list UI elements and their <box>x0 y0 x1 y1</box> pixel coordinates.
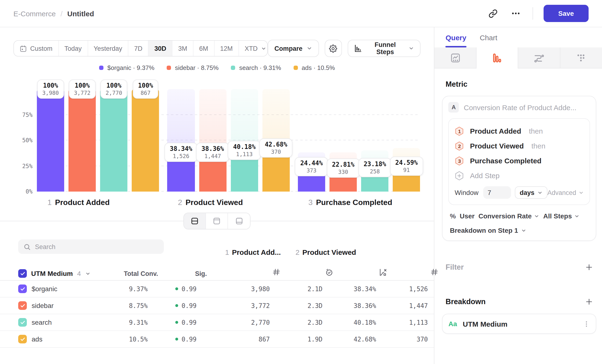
measure-type-dropdown[interactable]: Conversion Rate <box>478 212 539 220</box>
group-by-name[interactable]: UTM Medium <box>31 270 73 277</box>
chart-mode-dropdown[interactable]: Funnel Steps <box>348 40 421 57</box>
table-row-organic[interactable]: $organic9.37%0.993,9802.1D38.34%1,526 <box>0 281 434 297</box>
text-property-icon: Aa <box>449 320 457 328</box>
total-conversion-value: 8.75% <box>90 302 148 309</box>
range-option-xtd[interactable]: XTD <box>239 41 268 56</box>
share-link-icon[interactable] <box>487 7 499 20</box>
search-icon <box>23 243 31 250</box>
bar-value-label: 38.36%1,447 <box>196 143 229 162</box>
metric-step-1[interactable]: 1Product Addedthen <box>455 124 584 139</box>
tab-chart[interactable]: Chart <box>480 33 497 42</box>
bar-percent: 24.59% <box>395 159 418 167</box>
bar-search-step2[interactable]: 40.18%1,113 <box>231 89 258 192</box>
active-tab-underline <box>446 46 467 47</box>
more-options-icon[interactable] <box>510 7 522 20</box>
bar-sidebar-step3[interactable]: 22.81%330 <box>330 89 357 192</box>
add-step-hexagon-icon <box>455 171 464 180</box>
bar-ads-step1[interactable]: 100%867 <box>132 89 159 192</box>
legend-item-sidebar[interactable]: sidebar · 8.75% <box>167 64 219 71</box>
legend-item-search[interactable]: search · 9.31% <box>231 64 281 71</box>
select-all-checkbox[interactable] <box>18 269 27 278</box>
bar-sidebar-step2[interactable]: 38.36%1,447 <box>199 89 226 192</box>
row-checkbox[interactable] <box>18 335 27 343</box>
chart-type-funnel[interactable] <box>476 47 518 68</box>
bar-search-step3[interactable]: 23.18%258 <box>361 89 388 192</box>
range-option-3m[interactable]: 3M <box>172 41 194 56</box>
layout-toggle-group <box>183 213 250 229</box>
breakdown-property-name: UTM Medium <box>463 320 508 328</box>
range-option-today[interactable]: Today <box>59 41 88 56</box>
bar-ads-step2[interactable]: 42.68%370 <box>262 89 290 192</box>
metric-step-3[interactable]: 3Purchase Completed <box>455 153 584 168</box>
row-checkbox[interactable] <box>18 285 27 293</box>
chart-type-flow[interactable] <box>518 47 560 68</box>
table-row-ads[interactable]: ads10.5%0.998671.9D42.68%370 <box>0 331 434 348</box>
window-unit-select[interactable]: days <box>515 186 548 199</box>
add-breakdown-button[interactable] <box>584 297 594 307</box>
breakdown-property-card[interactable]: Aa UTM Medium <box>442 314 596 334</box>
bar-organic-step3[interactable]: 24.44%373 <box>298 89 325 192</box>
chart-type-more[interactable] <box>560 47 602 68</box>
bar-count: 3,772 <box>74 90 90 96</box>
measure-entity[interactable]: User <box>460 212 475 220</box>
range-option-30d[interactable]: 30D <box>149 41 173 56</box>
step2-time-to-convert: 2.3D <box>270 302 322 309</box>
compare-button[interactable]: Compare <box>268 40 319 57</box>
breadcrumb-current[interactable]: Untitled <box>67 9 94 18</box>
bar-sidebar-step1[interactable]: 100%3,772 <box>68 89 96 192</box>
add-step-button[interactable]: Add Step <box>455 168 584 183</box>
metric-title-row[interactable]: A Conversion Rate of Product Adde... <box>449 102 590 113</box>
chevron-down-icon[interactable] <box>85 271 90 276</box>
add-filter-button[interactable] <box>584 262 594 273</box>
plus-icon <box>585 298 593 306</box>
breadcrumb: E-Commerce / Untitled <box>13 9 94 18</box>
tab-query[interactable]: Query <box>446 33 466 42</box>
range-option-custom[interactable]: Custom <box>14 41 59 56</box>
layout-toggle-split-view[interactable] <box>184 213 206 229</box>
bar-ads-step3[interactable]: 24.59%91 <box>393 89 420 192</box>
count-icon <box>430 268 438 276</box>
table-row-sidebar[interactable]: sidebar8.75%0.993,7722.3D38.36%1,447 <box>0 297 434 314</box>
range-option-6m[interactable]: 6M <box>194 41 215 56</box>
advanced-toggle[interactable]: Advanced <box>548 189 584 196</box>
range-option-7d[interactable]: 7D <box>128 41 149 56</box>
bar-organic-step2[interactable]: 38.34%1,526 <box>167 89 195 192</box>
window-label: Window <box>455 189 479 196</box>
layout-toggle-table-only[interactable] <box>228 213 250 229</box>
save-button[interactable]: Save <box>544 5 589 22</box>
dots-grid-icon <box>576 53 586 63</box>
legend-item-ads[interactable]: ads · 10.5% <box>294 64 335 71</box>
metric-step-2[interactable]: 2Product Viewedthen <box>455 139 584 153</box>
breakdown-on-step-dropdown[interactable]: Breakdown on Step 1 <box>449 226 590 234</box>
bar-value-label: 100%867 <box>133 79 158 99</box>
row-checkbox[interactable] <box>18 318 27 327</box>
kebab-menu-icon[interactable] <box>583 320 590 327</box>
count-icon <box>272 268 280 276</box>
bar-organic-step1[interactable]: 100%3,980 <box>37 89 64 192</box>
row-name: sidebar <box>32 302 90 309</box>
search-input[interactable] <box>35 243 145 250</box>
bar-value-label: 42.68%370 <box>259 138 293 157</box>
plus-icon <box>585 263 593 271</box>
measure-scope-dropdown[interactable]: All Steps <box>543 212 580 220</box>
main-area: CustomTodayYesterday7D30D3M6M12MXTD Comp… <box>0 27 435 364</box>
range-option-12m[interactable]: 12M <box>214 41 239 56</box>
layout-toggle-chart-only[interactable] <box>206 213 228 229</box>
step2-conversion-rate: 38.34% <box>322 285 376 292</box>
legend-item-organic[interactable]: $organic · 9.37% <box>99 64 154 71</box>
measure-row: % User Conversion Rate All Steps <box>449 212 590 220</box>
step-group-2: 38.34%1,52638.36%1,44740.18%1,11342.68%3… <box>167 89 290 192</box>
bar-value-label: 24.59%91 <box>390 157 423 176</box>
step-caption-2: 2Product Viewed <box>167 198 290 207</box>
table-row-search[interactable]: search9.31%0.992,7702.3D40.18%1,113 <box>0 314 434 331</box>
window-value-input[interactable] <box>483 186 511 199</box>
step-number: 2 <box>178 198 182 206</box>
chart-type-line[interactable] <box>435 47 476 68</box>
conversion-bar <box>68 89 96 192</box>
bar-value-label: 22.81%330 <box>327 159 360 178</box>
bar-search-step1[interactable]: 100%2,770 <box>100 89 127 192</box>
row-checkbox[interactable] <box>18 301 27 310</box>
range-option-yesterday[interactable]: Yesterday <box>88 41 128 56</box>
chart-settings-button[interactable] <box>324 40 342 57</box>
breadcrumb-parent[interactable]: E-Commerce <box>13 9 56 18</box>
